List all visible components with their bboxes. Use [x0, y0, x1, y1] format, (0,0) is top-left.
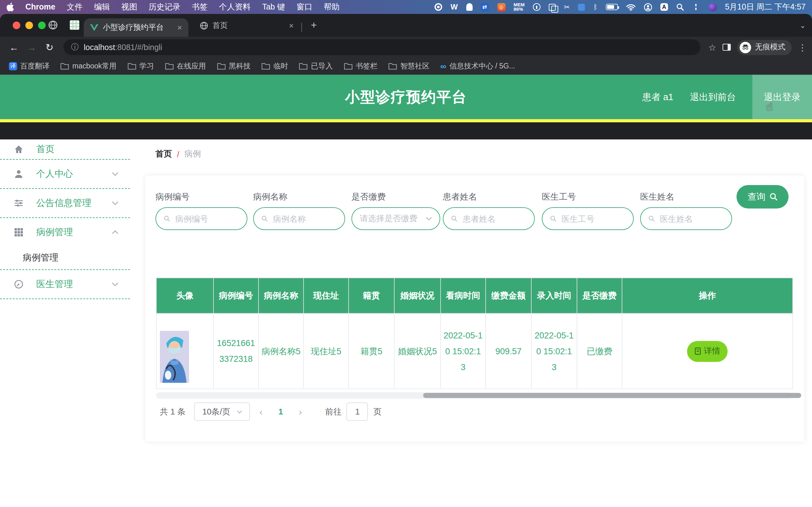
- prev-page-button[interactable]: ‹: [250, 406, 272, 417]
- input-source-icon[interactable]: A: [660, 3, 668, 11]
- col-actions: 操作: [622, 278, 793, 314]
- memory-monitor[interactable]: MEM86%: [513, 2, 525, 12]
- tab-title: 首页: [212, 20, 228, 31]
- goto-page-input[interactable]: [347, 402, 368, 421]
- bookmark-folder-smart-community[interactable]: 智慧社区: [388, 61, 429, 71]
- sidebar-item-announcement-mgmt[interactable]: 公告信息管理: [0, 189, 130, 218]
- incognito-icon: [740, 42, 751, 53]
- menubar-item-help[interactable]: 帮助: [324, 2, 340, 12]
- bookmark-folder-bookmarks[interactable]: 书签栏: [344, 61, 377, 71]
- filter-label-doctor-name: 医生姓名: [640, 191, 674, 203]
- sidebar-item-personal-center[interactable]: 个人中心: [0, 160, 130, 189]
- record-icon[interactable]: [435, 3, 442, 11]
- bookmark-folder-study[interactable]: 学习: [127, 61, 154, 71]
- address-bar[interactable]: ⓘ localhost:8081/#/bingli: [63, 39, 700, 55]
- tab-search-chevron-icon[interactable]: ⌄: [800, 21, 806, 30]
- sidebar-item-home[interactable]: 首页: [0, 139, 130, 160]
- chrome-menu-icon[interactable]: ⋮: [798, 42, 807, 52]
- sidebar-item-case-mgmt[interactable]: 病例管理: [0, 218, 130, 246]
- wifi-icon[interactable]: [626, 3, 636, 10]
- case-name-input[interactable]: [273, 214, 337, 223]
- sidebar-group-case-mgmt: 病例管理 病例管理: [0, 218, 130, 270]
- new-tab-button[interactable]: +: [311, 20, 317, 31]
- grid-favicon[interactable]: [70, 20, 79, 30]
- menubar-item-profile[interactable]: 个人资料: [219, 2, 251, 12]
- menubar-item-window[interactable]: 窗口: [297, 2, 312, 12]
- menubar-item-chrome[interactable]: Chrome: [26, 3, 55, 11]
- reload-button[interactable]: ↻: [41, 42, 58, 53]
- search-icon: [648, 215, 655, 222]
- col-hometown: 籍贯: [349, 278, 394, 314]
- control-center-icon[interactable]: [692, 3, 700, 10]
- close-tab-icon[interactable]: ×: [289, 21, 294, 31]
- sidebar-item-doctor-mgmt[interactable]: 医生管理: [0, 270, 130, 299]
- scissors-icon[interactable]: ✂: [564, 3, 570, 11]
- bookmark-folder-macbook[interactable]: macbook常用: [60, 61, 116, 71]
- bookmark-baidu-translate[interactable]: 译百度翻译: [9, 61, 49, 71]
- menubar-item-tab[interactable]: Tab 键: [262, 2, 285, 12]
- next-page-button[interactable]: ›: [290, 406, 311, 417]
- menubar-item-history[interactable]: 历史记录: [148, 2, 180, 12]
- exit-to-front-link[interactable]: 退出到前台: [690, 91, 736, 103]
- search-icon: [769, 193, 777, 201]
- teamviewer-icon[interactable]: ⇄: [480, 3, 489, 11]
- bookmark-folder-temp[interactable]: 临时: [261, 61, 288, 71]
- table-row: 165216613372318 病例名称5 现住址5 籍贯5 婚姻状况5 202…: [156, 314, 793, 389]
- apple-icon[interactable]: [6, 3, 14, 11]
- back-button[interactable]: ←: [5, 42, 23, 53]
- url-text: localhost:8081/#/bingli: [84, 43, 162, 52]
- doctor-id-input[interactable]: [561, 214, 625, 223]
- current-user-label[interactable]: 患者 a1: [642, 91, 673, 103]
- globe-icon[interactable]: [48, 20, 58, 30]
- logout-link[interactable]: 退出登录: [752, 75, 812, 119]
- tab-clinic-platform[interactable]: 小型诊疗预约平台 ×: [84, 18, 189, 37]
- zoom-window-button[interactable]: [38, 21, 46, 29]
- ubuntu-icon[interactable]: ◎: [497, 3, 505, 11]
- sidebar-item-label: 医生管理: [36, 278, 73, 290]
- assistant-icon[interactable]: [709, 3, 717, 11]
- patient-name-input[interactable]: [462, 214, 526, 223]
- bookmark-it-center[interactable]: ∞信息技术中心 / 5G...: [440, 61, 515, 71]
- scrollbar-thumb[interactable]: [423, 393, 801, 398]
- doctor-name-input[interactable]: [660, 214, 724, 223]
- bookmark-folder-blacktech[interactable]: 黑科技: [217, 61, 251, 71]
- menubar-item-bookmarks[interactable]: 书签: [192, 2, 207, 12]
- wps-icon[interactable]: W: [450, 3, 458, 11]
- account-icon[interactable]: [644, 3, 652, 11]
- windows-copy-icon[interactable]: [549, 3, 556, 10]
- sliders-icon: [14, 199, 23, 208]
- close-tab-icon[interactable]: ×: [177, 23, 182, 32]
- bookmark-folder-imported[interactable]: 已导入: [299, 61, 333, 71]
- side-panel-icon[interactable]: [722, 44, 731, 51]
- onepassword-icon[interactable]: [533, 3, 541, 11]
- menubar-datetime[interactable]: 5月10日 周二 下午4:57: [725, 2, 806, 12]
- blue-square-icon[interactable]: [578, 3, 585, 10]
- spotlight-icon[interactable]: [676, 3, 684, 11]
- bookmark-star-icon[interactable]: ☆: [708, 42, 716, 52]
- bookmark-folder-online-apps[interactable]: 在线应用: [165, 61, 206, 71]
- horizontal-scrollbar[interactable]: [156, 392, 792, 399]
- case-id-input[interactable]: [175, 214, 239, 223]
- patient-name-input-wrap: [443, 207, 535, 230]
- bluetooth-icon[interactable]: ᛒ: [594, 3, 598, 11]
- minimize-window-button[interactable]: [26, 21, 33, 29]
- page-size-select[interactable]: 10条/页: [194, 402, 250, 421]
- menubar-item-file[interactable]: 文件: [67, 2, 83, 12]
- cell-entry-time: 2022-05-10 15:02:13: [531, 314, 577, 389]
- close-window-button[interactable]: [13, 21, 20, 29]
- menubar-item-edit[interactable]: 编辑: [94, 2, 110, 12]
- search-button[interactable]: 查询: [737, 185, 789, 209]
- breadcrumb-home[interactable]: 首页: [155, 148, 172, 160]
- chevron-down-icon: [112, 172, 119, 176]
- current-page[interactable]: 1: [272, 407, 290, 416]
- sidebar-subitem-case-mgmt[interactable]: 病例管理: [0, 246, 130, 269]
- notification-ghost-icon[interactable]: [466, 3, 472, 11]
- incognito-badge[interactable]: 无痕模式: [737, 40, 792, 55]
- menubar-item-view[interactable]: 视图: [121, 2, 137, 12]
- tab-home[interactable]: 首页 ×: [194, 16, 300, 35]
- forward-button[interactable]: →: [23, 42, 41, 53]
- paid-select[interactable]: 请选择是否缴费: [351, 207, 440, 230]
- battery-icon[interactable]: [606, 4, 618, 10]
- site-info-icon[interactable]: ⓘ: [71, 42, 79, 53]
- detail-button[interactable]: 详情: [687, 341, 728, 361]
